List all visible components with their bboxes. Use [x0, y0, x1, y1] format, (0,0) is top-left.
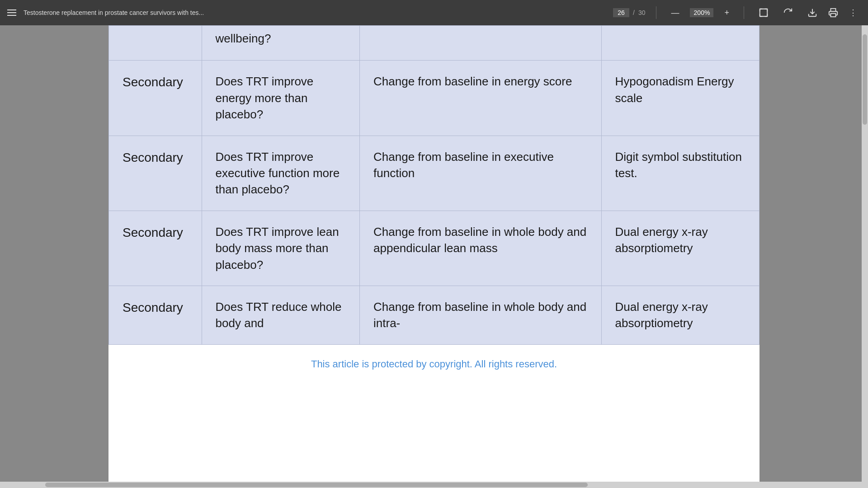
table-cell-outcome-4: Change from baseline in whole body and i…: [360, 286, 601, 344]
table-cell-type-1: Secondary: [109, 61, 202, 136]
download-button[interactable]: [804, 6, 821, 19]
svg-rect-2: [831, 14, 836, 17]
cell-partial-col4: [601, 26, 759, 61]
content-area: wellbeing? Secondary Does TRT improve en…: [0, 25, 868, 488]
table-cell-measure-2: Digit symbol substitution test.: [601, 136, 759, 211]
table-cell-measure-3: Dual energy x-ray absorptiometry: [601, 211, 759, 286]
svg-rect-0: [760, 9, 768, 17]
table-cell-outcome-2: Change from baseline in executive functi…: [360, 136, 601, 211]
divider-1: [656, 6, 656, 19]
table-cell-type-3: Secondary: [109, 211, 202, 286]
table-cell-question-3: Does TRT improve lean body mass more tha…: [202, 211, 359, 286]
document-title: Testosterone replacement in prostate can…: [24, 9, 606, 16]
table-cell-outcome-1: Change from baseline in energy score: [360, 61, 601, 136]
pdf-page: wellbeing? Secondary Does TRT improve en…: [108, 25, 760, 488]
cell-partial-col1: [109, 26, 202, 61]
page-total: 30: [638, 9, 646, 16]
zoom-in-button[interactable]: +: [721, 6, 733, 19]
table-cell-question-4: Does TRT reduce whole body and: [202, 286, 359, 344]
print-button[interactable]: [825, 6, 842, 19]
horizontal-scrollbar[interactable]: [0, 482, 868, 488]
table-cell-measure-1: Hypogonadism Energy scale: [601, 61, 759, 136]
table-cell-question-1: Does TRT improve energy more than placeb…: [202, 61, 359, 136]
table-cell-measure-4: Dual energy x-ray absorptiometry: [601, 286, 759, 344]
toolbar: Testosterone replacement in prostate can…: [0, 0, 868, 25]
copyright-notice: This article is protected by copyright. …: [108, 345, 760, 379]
content-table: wellbeing? Secondary Does TRT improve en…: [108, 25, 760, 345]
zoom-out-button[interactable]: —: [667, 6, 683, 19]
table-cell-type-2: Secondary: [109, 136, 202, 211]
more-options-button[interactable]: ⋮: [845, 6, 861, 19]
vertical-scrollbar[interactable]: [862, 25, 868, 482]
zoom-input[interactable]: [690, 8, 713, 17]
table-cell-question-2: Does TRT improve executive function more…: [202, 136, 359, 211]
toolbar-actions: ⋮: [804, 6, 861, 19]
scrollbar-thumb-vertical[interactable]: [863, 34, 867, 125]
cell-partial-col3: [360, 26, 601, 61]
divider-2: [744, 6, 744, 19]
table-row-partial: wellbeing?: [109, 26, 760, 61]
table-cell-outcome-3: Change from baseline in whole body and a…: [360, 211, 601, 286]
scrollbar-thumb-horizontal[interactable]: [45, 483, 588, 487]
table-cell-type-4: Secondary: [109, 286, 202, 344]
rotate-button[interactable]: [779, 6, 797, 19]
table-row: Secondary Does TRT improve lean body mas…: [109, 211, 760, 286]
menu-icon[interactable]: [7, 9, 16, 16]
fit-page-button[interactable]: [755, 6, 772, 19]
table-row: Secondary Does TRT improve energy more t…: [109, 61, 760, 136]
table-row: Secondary Does TRT reduce whole body and…: [109, 286, 760, 344]
table-row: Secondary Does TRT improve executive fun…: [109, 136, 760, 211]
cell-partial-col2: wellbeing?: [202, 26, 359, 61]
page-number-input[interactable]: [613, 8, 629, 17]
page-navigation: / 30: [613, 8, 645, 17]
page-separator: /: [633, 9, 635, 16]
